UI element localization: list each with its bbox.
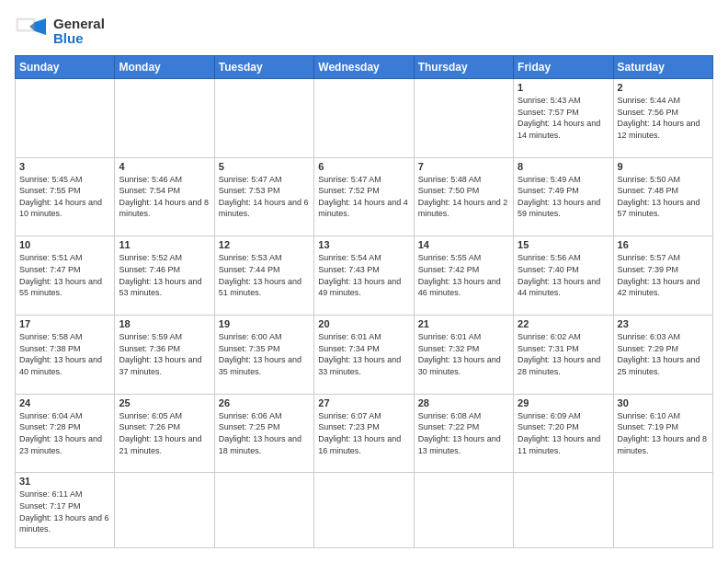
day-number: 7 — [418, 161, 509, 172]
day-number: 30 — [618, 397, 709, 408]
calendar-cell — [314, 79, 414, 158]
day-info: Sunrise: 5:54 AM Sunset: 7:43 PM Dayligh… — [318, 252, 409, 298]
svg-rect-1 — [18, 20, 33, 29]
day-number: 10 — [19, 239, 110, 250]
day-info: Sunrise: 6:07 AM Sunset: 7:23 PM Dayligh… — [318, 410, 409, 456]
calendar-week-row: 24Sunrise: 6:04 AM Sunset: 7:28 PM Dayli… — [16, 394, 713, 473]
calendar-cell: 7Sunrise: 5:48 AM Sunset: 7:50 PM Daylig… — [414, 157, 513, 236]
col-header-tuesday: Tuesday — [214, 56, 313, 79]
day-number: 29 — [518, 397, 609, 408]
day-number: 23 — [618, 318, 709, 329]
calendar-cell: 12Sunrise: 5:53 AM Sunset: 7:44 PM Dayli… — [214, 236, 313, 316]
day-info: Sunrise: 6:08 AM Sunset: 7:22 PM Dayligh… — [418, 410, 509, 456]
day-info: Sunrise: 5:43 AM Sunset: 7:57 PM Dayligh… — [518, 95, 609, 141]
calendar-cell: 24Sunrise: 6:04 AM Sunset: 7:28 PM Dayli… — [16, 394, 115, 473]
day-info: Sunrise: 6:00 AM Sunset: 7:35 PM Dayligh… — [219, 331, 310, 377]
day-number: 19 — [219, 318, 310, 329]
calendar-cell — [514, 473, 613, 548]
day-info: Sunrise: 6:11 AM Sunset: 7:17 PM Dayligh… — [19, 488, 110, 534]
calendar-cell: 9Sunrise: 5:50 AM Sunset: 7:48 PM Daylig… — [613, 157, 712, 236]
col-header-wednesday: Wednesday — [314, 56, 414, 79]
day-number: 28 — [418, 397, 509, 408]
day-number: 14 — [418, 239, 509, 250]
calendar-cell: 6Sunrise: 5:47 AM Sunset: 7:52 PM Daylig… — [314, 157, 414, 236]
calendar-cell: 25Sunrise: 6:05 AM Sunset: 7:26 PM Dayli… — [115, 394, 214, 473]
day-info: Sunrise: 5:58 AM Sunset: 7:38 PM Dayligh… — [19, 331, 110, 377]
day-number: 18 — [119, 318, 210, 329]
day-number: 5 — [219, 161, 310, 172]
page-header: General Blue — [15, 15, 713, 48]
calendar-cell: 21Sunrise: 6:01 AM Sunset: 7:32 PM Dayli… — [414, 316, 513, 395]
calendar-table: SundayMondayTuesdayWednesdayThursdayFrid… — [15, 55, 713, 548]
day-number: 25 — [119, 397, 210, 408]
calendar-cell — [314, 473, 414, 548]
day-info: Sunrise: 5:52 AM Sunset: 7:46 PM Dayligh… — [119, 252, 210, 298]
calendar-cell: 1Sunrise: 5:43 AM Sunset: 7:57 PM Daylig… — [514, 79, 613, 158]
calendar-cell: 13Sunrise: 5:54 AM Sunset: 7:43 PM Dayli… — [314, 236, 414, 316]
calendar-cell — [115, 473, 214, 548]
col-header-saturday: Saturday — [613, 56, 712, 79]
day-info: Sunrise: 5:55 AM Sunset: 7:42 PM Dayligh… — [418, 252, 509, 298]
day-info: Sunrise: 5:50 AM Sunset: 7:48 PM Dayligh… — [618, 174, 709, 220]
day-number: 20 — [318, 318, 409, 329]
day-info: Sunrise: 6:04 AM Sunset: 7:28 PM Dayligh… — [19, 410, 110, 456]
day-info: Sunrise: 5:59 AM Sunset: 7:36 PM Dayligh… — [119, 331, 210, 377]
calendar-cell: 27Sunrise: 6:07 AM Sunset: 7:23 PM Dayli… — [314, 394, 414, 473]
logo: General Blue — [15, 15, 105, 48]
calendar-week-row: 10Sunrise: 5:51 AM Sunset: 7:47 PM Dayli… — [16, 236, 713, 316]
calendar-cell: 16Sunrise: 5:57 AM Sunset: 7:39 PM Dayli… — [613, 236, 712, 316]
day-info: Sunrise: 6:10 AM Sunset: 7:19 PM Dayligh… — [618, 410, 709, 456]
day-info: Sunrise: 5:45 AM Sunset: 7:55 PM Dayligh… — [19, 174, 110, 220]
col-header-sunday: Sunday — [16, 56, 115, 79]
day-info: Sunrise: 5:44 AM Sunset: 7:56 PM Dayligh… — [618, 95, 709, 141]
day-info: Sunrise: 5:56 AM Sunset: 7:40 PM Dayligh… — [518, 252, 609, 298]
calendar-cell — [115, 79, 214, 158]
col-header-monday: Monday — [115, 56, 214, 79]
calendar-cell: 15Sunrise: 5:56 AM Sunset: 7:40 PM Dayli… — [514, 236, 613, 316]
day-info: Sunrise: 5:49 AM Sunset: 7:49 PM Dayligh… — [518, 174, 609, 220]
day-number: 6 — [318, 161, 409, 172]
day-number: 16 — [618, 239, 709, 250]
day-info: Sunrise: 5:47 AM Sunset: 7:52 PM Dayligh… — [318, 174, 409, 220]
calendar-cell: 30Sunrise: 6:10 AM Sunset: 7:19 PM Dayli… — [613, 394, 712, 473]
calendar-week-row: 17Sunrise: 5:58 AM Sunset: 7:38 PM Dayli… — [16, 316, 713, 395]
calendar-week-row: 31Sunrise: 6:11 AM Sunset: 7:17 PM Dayli… — [16, 473, 713, 548]
calendar-cell: 17Sunrise: 5:58 AM Sunset: 7:38 PM Dayli… — [16, 316, 115, 395]
col-header-thursday: Thursday — [414, 56, 513, 79]
calendar-week-row: 1Sunrise: 5:43 AM Sunset: 7:57 PM Daylig… — [16, 79, 713, 158]
day-number: 22 — [518, 318, 609, 329]
calendar-cell: 26Sunrise: 6:06 AM Sunset: 7:25 PM Dayli… — [214, 394, 313, 473]
svg-marker-2 — [35, 18, 46, 35]
day-info: Sunrise: 6:09 AM Sunset: 7:20 PM Dayligh… — [518, 410, 609, 456]
day-number: 15 — [518, 239, 609, 250]
logo-blue-text: Blue — [53, 31, 105, 47]
day-number: 24 — [19, 397, 110, 408]
calendar-cell — [214, 473, 313, 548]
calendar-cell: 2Sunrise: 5:44 AM Sunset: 7:56 PM Daylig… — [613, 79, 712, 158]
day-info: Sunrise: 5:47 AM Sunset: 7:53 PM Dayligh… — [219, 174, 310, 220]
calendar-cell: 29Sunrise: 6:09 AM Sunset: 7:20 PM Dayli… — [514, 394, 613, 473]
day-number: 26 — [219, 397, 310, 408]
day-info: Sunrise: 6:01 AM Sunset: 7:32 PM Dayligh… — [418, 331, 509, 377]
calendar-cell — [414, 473, 513, 548]
day-info: Sunrise: 6:05 AM Sunset: 7:26 PM Dayligh… — [119, 410, 210, 456]
day-number: 21 — [418, 318, 509, 329]
calendar-cell — [16, 79, 115, 158]
day-info: Sunrise: 5:51 AM Sunset: 7:47 PM Dayligh… — [19, 252, 110, 298]
calendar-cell: 18Sunrise: 5:59 AM Sunset: 7:36 PM Dayli… — [115, 316, 214, 395]
day-number: 3 — [19, 161, 110, 172]
day-number: 12 — [219, 239, 310, 250]
calendar-cell — [214, 79, 313, 158]
calendar-cell: 3Sunrise: 5:45 AM Sunset: 7:55 PM Daylig… — [16, 157, 115, 236]
day-number: 13 — [318, 239, 409, 250]
calendar-week-row: 3Sunrise: 5:45 AM Sunset: 7:55 PM Daylig… — [16, 157, 713, 236]
day-number: 8 — [518, 161, 609, 172]
calendar-cell: 10Sunrise: 5:51 AM Sunset: 7:47 PM Dayli… — [16, 236, 115, 316]
calendar-cell: 28Sunrise: 6:08 AM Sunset: 7:22 PM Dayli… — [414, 394, 513, 473]
day-number: 31 — [19, 476, 110, 487]
day-info: Sunrise: 5:48 AM Sunset: 7:50 PM Dayligh… — [418, 174, 509, 220]
day-number: 11 — [119, 239, 210, 250]
calendar-cell: 20Sunrise: 6:01 AM Sunset: 7:34 PM Dayli… — [314, 316, 414, 395]
calendar-header-row: SundayMondayTuesdayWednesdayThursdayFrid… — [16, 56, 713, 79]
day-info: Sunrise: 5:46 AM Sunset: 7:54 PM Dayligh… — [119, 174, 210, 220]
